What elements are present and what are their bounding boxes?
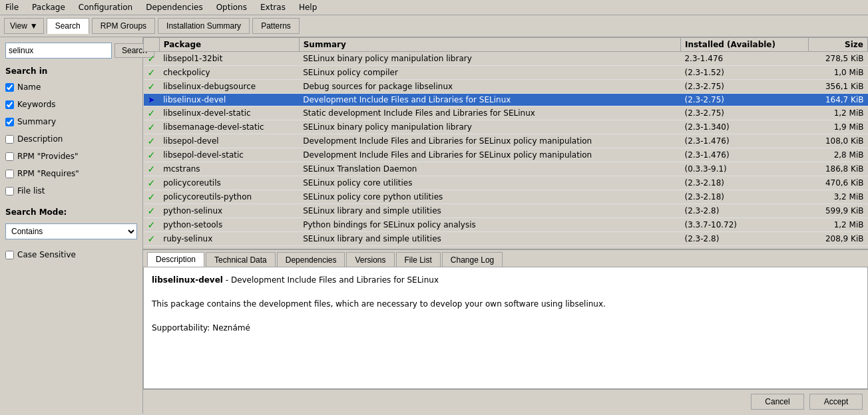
- row-installed: (2.3-2.18): [680, 176, 808, 190]
- checkbox-case-sensitive[interactable]: [5, 251, 14, 259]
- col-status: [144, 38, 160, 52]
- table-row[interactable]: ✓ python-selinux SELinux library and sim…: [144, 204, 868, 218]
- table-row[interactable]: ✓ python-setools Python bindings for SEL…: [144, 218, 868, 232]
- checkbox-requires-label: RPM "Requires": [17, 169, 79, 178]
- row-name: libselinux-devel: [159, 94, 299, 106]
- table-row[interactable]: ✓ libsemanage-devel-static SELinux binar…: [144, 120, 868, 134]
- col-package[interactable]: Package: [159, 38, 299, 52]
- checkbox-keywords[interactable]: [5, 100, 14, 109]
- tab-installation-summary[interactable]: Installation Summary: [158, 18, 250, 34]
- menu-extras[interactable]: Extras: [258, 1, 288, 13]
- row-status-icon: ✓: [144, 148, 160, 162]
- row-name: policycoreutils-python: [159, 190, 299, 204]
- menu-package[interactable]: Package: [29, 1, 68, 13]
- tab-change-log[interactable]: Change Log: [442, 252, 503, 267]
- table-row[interactable]: ✓ libsepol-devel Development Include Fil…: [144, 134, 868, 148]
- row-status-icon: ✓: [144, 176, 160, 190]
- row-size: 470,6 KiB: [808, 176, 867, 190]
- tab-search[interactable]: Search: [47, 18, 89, 34]
- row-size: 1,2 MiB: [808, 106, 867, 120]
- row-size: 3,2 MiB: [808, 190, 867, 204]
- row-status-icon: ➤: [144, 94, 160, 106]
- menu-dependencies[interactable]: Dependencies: [143, 1, 205, 13]
- row-size: 164,7 KiB: [808, 94, 867, 106]
- checkbox-name-row: Name: [5, 82, 137, 92]
- row-status-icon: ✓: [144, 204, 160, 218]
- row-installed: (2.3-2.75): [680, 80, 808, 94]
- search-mode-select[interactable]: Contains Begins with Ends with Exact: [5, 223, 137, 239]
- col-installed[interactable]: Installed (Available): [680, 38, 808, 52]
- checkbox-summary[interactable]: [5, 118, 14, 126]
- checkbox-description-row: Description: [5, 134, 137, 144]
- accept-button[interactable]: Accept: [809, 394, 863, 410]
- view-button[interactable]: View ▼: [4, 18, 44, 34]
- cancel-button[interactable]: Cancel: [751, 394, 804, 410]
- checkbox-name[interactable]: [5, 83, 14, 92]
- table-row[interactable]: ✓ libsepol1-32bit SELinux binary policy …: [144, 52, 868, 66]
- table-row[interactable]: ✓ libsepol-devel-static Development Incl…: [144, 148, 868, 162]
- row-summary: SELinux policy core utilities: [299, 176, 680, 190]
- row-summary: Development Include Files and Libraries …: [299, 148, 680, 162]
- menu-options[interactable]: Options: [214, 1, 250, 13]
- tab-versions[interactable]: Versions: [346, 252, 394, 267]
- left-panel: Search Search in Name Keywords Summary D…: [0, 37, 143, 414]
- package-table-container[interactable]: Package Summary Installed (Available) Si…: [143, 37, 868, 249]
- row-name: checkpolicy: [159, 66, 299, 80]
- row-name: libselinux-devel-static: [159, 106, 299, 120]
- row-name: ruby-selinux: [159, 232, 299, 246]
- tab-technical-data[interactable]: Technical Data: [206, 252, 276, 267]
- menu-configuration[interactable]: Configuration: [76, 1, 135, 13]
- checkbox-filelist-row: File list: [5, 186, 137, 196]
- table-row[interactable]: ➤ libselinux-devel Development Include F…: [144, 94, 868, 106]
- col-summary[interactable]: Summary: [299, 38, 680, 52]
- row-installed: (2.3-1.52): [680, 66, 808, 80]
- row-name: mcstrans: [159, 162, 299, 176]
- row-summary: Debug sources for package libselinux: [299, 80, 680, 94]
- table-row[interactable]: ✓ libselinux-debugsource Debug sources f…: [144, 80, 868, 94]
- search-row: Search: [5, 43, 137, 59]
- col-size[interactable]: Size: [808, 38, 867, 52]
- detail-supportability: Supportability: Neznámé: [152, 322, 859, 334]
- table-row[interactable]: ✓ policycoreutils SELinux policy core ut…: [144, 176, 868, 190]
- table-row[interactable]: ✓ checkpolicy SELinux policy compiler (2…: [144, 66, 868, 80]
- row-summary: SELinux policy core python utilities: [299, 190, 680, 204]
- row-summary: Static development Include Files and Lib…: [299, 106, 680, 120]
- row-summary: SELinux binary policy manipulation libra…: [299, 120, 680, 134]
- row-installed: 2.3-1.476: [680, 52, 808, 66]
- row-name: libsemanage-devel-static: [159, 120, 299, 134]
- row-size: 1,0 MiB: [808, 66, 867, 80]
- tab-dependencies[interactable]: Dependencies: [277, 252, 345, 267]
- menu-file[interactable]: File: [3, 1, 21, 13]
- tab-rpm-groups[interactable]: RPM Groups: [92, 18, 155, 34]
- case-sensitive-label: Case Sensitive: [17, 250, 76, 259]
- row-summary: Python bindings for SELinux policy analy…: [299, 218, 680, 232]
- row-summary: SELinux binary policy manipulation libra…: [299, 52, 680, 66]
- table-row[interactable]: ✓ ruby-selinux SELinux library and simpl…: [144, 232, 868, 246]
- tab-patterns[interactable]: Patterns: [252, 18, 300, 34]
- checkbox-summary-label: Summary: [17, 117, 56, 126]
- tab-description[interactable]: Description: [147, 252, 204, 267]
- checkbox-name-label: Name: [17, 82, 41, 92]
- row-status-icon: ✓: [144, 190, 160, 204]
- case-sensitive-row: Case Sensitive: [5, 250, 137, 259]
- search-input[interactable]: [5, 43, 112, 59]
- table-row[interactable]: ✓ policycoreutils-python SELinux policy …: [144, 190, 868, 204]
- table-row[interactable]: ✓ libselinux-devel-static Static develop…: [144, 106, 868, 120]
- table-row[interactable]: ✓ mcstrans SELinux Translation Daemon (0…: [144, 162, 868, 176]
- checkbox-filelist[interactable]: [5, 187, 14, 196]
- menu-help[interactable]: Help: [296, 1, 320, 13]
- detail-content: libselinux-devel - Development Include F…: [143, 267, 868, 389]
- row-installed: (2.3-2.75): [680, 94, 808, 106]
- row-status-icon: ✓: [144, 134, 160, 148]
- checkbox-provides-label: RPM "Provides": [17, 152, 79, 161]
- checkbox-provides[interactable]: [5, 152, 14, 161]
- checkbox-description[interactable]: [5, 135, 14, 144]
- checkbox-requires-row: RPM "Requires": [5, 169, 137, 178]
- row-status-icon: ✓: [144, 120, 160, 134]
- row-status-icon: ✓: [144, 218, 160, 232]
- row-status-icon: ✓: [144, 80, 160, 94]
- tab-file-list[interactable]: File List: [396, 252, 441, 267]
- checkbox-requires[interactable]: [5, 170, 14, 178]
- row-name: libsepol-devel: [159, 134, 299, 148]
- toolbar: View ▼ Search RPM Groups Installation Su…: [0, 15, 868, 37]
